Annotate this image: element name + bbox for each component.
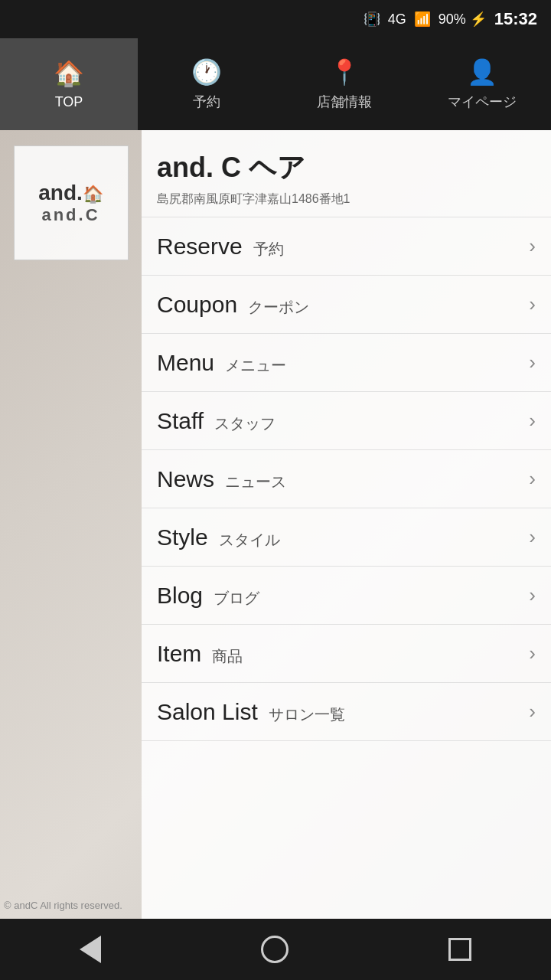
signal-4g-icon: 4G <box>388 11 406 28</box>
chevron-right-icon: › <box>529 583 536 607</box>
menu-en-news: News <box>157 466 214 492</box>
menu-item-salon-list[interactable]: Salon List サロン一覧 › <box>142 683 551 741</box>
battery-indicator: 90% ⚡ <box>439 11 487 28</box>
back-icon <box>80 936 101 963</box>
main-content: and.🏠 and.C © andC All rights reserved. … <box>0 130 551 919</box>
recent-apps-button[interactable] <box>448 938 471 961</box>
clock-icon: 🕐 <box>191 57 222 87</box>
logo-text: and.🏠 and.C <box>38 181 103 225</box>
menu-en-blog: Blog <box>157 583 203 609</box>
menu-en-staff: Staff <box>157 408 204 434</box>
tab-mypage[interactable]: 👤 マイページ <box>413 38 551 130</box>
menu-item-coupon[interactable]: Coupon クーポン › <box>142 276 551 334</box>
menu-en-style: Style <box>157 524 208 550</box>
copyright-text: © andC All rights reserved. <box>4 900 122 911</box>
tab-mypage-label: マイページ <box>448 93 517 111</box>
menu-en-menu: Menu <box>157 350 214 376</box>
menu-en-reserve: Reserve <box>157 234 243 260</box>
home-icon: 🏠 <box>54 59 84 88</box>
location-pin-icon: 📍 <box>329 57 360 87</box>
tab-top-label: TOP <box>55 94 83 110</box>
left-panel: and.🏠 and.C © andC All rights reserved. <box>0 130 142 919</box>
chevron-right-icon: › <box>529 409 536 433</box>
clock: 15:32 <box>494 9 537 29</box>
menu-item-reserve[interactable]: Reserve 予約 › <box>142 217 551 276</box>
menu-en-item: Item <box>157 641 201 667</box>
vibrate-icon: 📳 <box>364 11 380 28</box>
user-icon: 👤 <box>467 57 497 87</box>
menu-item-staff[interactable]: Staff スタッフ › <box>142 392 551 450</box>
chevron-right-icon: › <box>529 525 536 549</box>
home-button[interactable] <box>261 936 289 963</box>
menu-ja-news: ニュース <box>225 472 286 492</box>
chevron-right-icon: › <box>529 234 536 258</box>
salon-logo: and.🏠 and.C <box>14 145 129 260</box>
chevron-right-icon: › <box>529 292 536 316</box>
menu-en-salon-list: Salon List <box>157 699 258 725</box>
signal-bars-icon: 📶 <box>414 11 431 28</box>
menu-ja-blog: ブログ <box>214 588 259 609</box>
menu-ja-style: スタイル <box>219 530 280 550</box>
tab-reserve-label: 予約 <box>193 93 220 111</box>
menu-ja-coupon: クーポン <box>248 297 309 318</box>
menu-ja-staff: スタッフ <box>214 413 276 434</box>
menu-ja-reserve: 予約 <box>253 239 284 260</box>
menu-item-blog[interactable]: Blog ブログ › <box>142 567 551 625</box>
menu-ja-menu: メニュー <box>225 355 286 376</box>
logo-line2: and.C <box>38 205 103 225</box>
tab-shop-info[interactable]: 📍 店舗情報 <box>276 38 413 130</box>
tab-top[interactable]: 🏠 TOP <box>0 38 138 130</box>
chevron-right-icon: › <box>529 642 536 665</box>
recent-square-icon <box>448 938 471 961</box>
salon-name: and. C ヘア <box>157 149 536 187</box>
menu-item-style[interactable]: Style スタイル › <box>142 508 551 567</box>
menu-ja-salon-list: サロン一覧 <box>269 704 345 725</box>
salon-address: 島尻郡南風原町字津嘉山1486番地1 <box>157 191 536 207</box>
menu-panel: and. C ヘア 島尻郡南風原町字津嘉山1486番地1 Reserve 予約 … <box>142 130 551 919</box>
back-button[interactable] <box>80 936 101 963</box>
nav-tabs: 🏠 TOP 🕐 予約 📍 店舗情報 👤 マイページ <box>0 38 551 130</box>
chevron-right-icon: › <box>529 700 536 724</box>
salon-header: and. C ヘア 島尻郡南風原町字津嘉山1486番地1 <box>142 130 551 217</box>
system-nav-bar <box>0 919 551 980</box>
home-circle-icon <box>261 936 289 963</box>
chevron-right-icon: › <box>529 351 536 374</box>
menu-ja-item: 商品 <box>212 646 243 667</box>
menu-item-menu[interactable]: Menu メニュー › <box>142 334 551 392</box>
menu-item-item[interactable]: Item 商品 › <box>142 625 551 683</box>
tab-shop-label: 店舗情報 <box>317 93 372 111</box>
chevron-right-icon: › <box>529 467 536 491</box>
status-bar: 📳 4G 📶 90% ⚡ 15:32 <box>0 0 551 38</box>
logo-line1: and.🏠 <box>38 181 103 205</box>
menu-en-coupon: Coupon <box>157 292 237 318</box>
tab-reserve[interactable]: 🕐 予約 <box>138 38 276 130</box>
menu-item-news[interactable]: News ニュース › <box>142 450 551 508</box>
